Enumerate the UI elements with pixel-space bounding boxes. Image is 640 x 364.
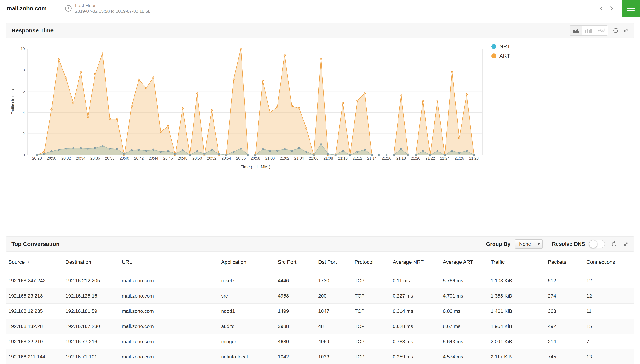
table-cell: mail.zoho.com: [122, 349, 221, 364]
bar-chart-icon: [585, 28, 592, 33]
table-cell: 1047: [318, 304, 355, 319]
top-conversation-panel-header: Top Conversation Group By None ▾ Resolve…: [6, 236, 634, 252]
table-row[interactable]: 192.168.23.218192.16.125.16mail.zoho.com…: [6, 288, 634, 304]
svg-text:21:06: 21:06: [309, 156, 318, 160]
table-row[interactable]: 192.168.247.242192.16.212.205mail.zoho.c…: [6, 273, 634, 288]
table-cell: 4.574 ms: [443, 349, 491, 364]
table-cell: 0.227 ms: [393, 288, 443, 304]
column-header-url[interactable]: URL: [122, 252, 221, 273]
group-by-select[interactable]: None ▾: [515, 239, 543, 249]
table-cell: 200: [318, 288, 355, 304]
table-cell: 2.091 KiB: [491, 334, 548, 349]
table-cell: src: [221, 288, 278, 304]
table-cell: 192.168.211.144: [6, 349, 66, 364]
table-cell: 192.168.247.242: [6, 273, 66, 288]
table-row[interactable]: 192.168.211.144192.16.71.101mail.zoho.co…: [6, 349, 634, 364]
table-cell: netinfo-local: [221, 349, 278, 364]
table-cell: 192.168.23.218: [6, 288, 66, 304]
menu-icon: [627, 6, 635, 6]
table-header-row: Source▲DestinationURLApplicationSrc Port…: [6, 252, 634, 273]
svg-text:21:14: 21:14: [367, 156, 377, 160]
column-header-application[interactable]: Application: [221, 252, 278, 273]
column-header-dst-port[interactable]: Dst Port: [318, 252, 355, 273]
column-header-packets[interactable]: Packets: [548, 252, 586, 273]
table-cell: mail.zoho.com: [122, 288, 221, 304]
table-cell: 11: [586, 304, 634, 319]
chart-toolbar: [569, 25, 628, 36]
column-header-traffic[interactable]: Traffic: [491, 252, 548, 273]
table-cell: 1499: [278, 304, 318, 319]
table-expand-button[interactable]: [623, 242, 628, 247]
svg-text:20:52: 20:52: [207, 156, 217, 160]
svg-text:21:04: 21:04: [294, 156, 304, 160]
chart-expand-button[interactable]: [623, 28, 628, 33]
table-cell: 4680: [278, 334, 318, 349]
column-header-average-art[interactable]: Average ART: [443, 252, 491, 273]
column-header-destination[interactable]: Destination: [66, 252, 122, 273]
resolve-dns-toggle[interactable]: [589, 240, 605, 248]
table-cell: 4958: [278, 288, 318, 304]
svg-text:Time ( HH:MM ): Time ( HH:MM ): [241, 164, 270, 169]
chart-refresh-button[interactable]: [612, 28, 619, 34]
table-cell: mail.zoho.com: [122, 319, 221, 334]
table-row[interactable]: 192.168.12.235192.16.181.59mail.zoho.com…: [6, 304, 634, 319]
next-arrow-icon[interactable]: [606, 4, 616, 13]
table-cell: TCP: [355, 349, 393, 364]
table-cell: 492: [548, 319, 586, 334]
table-cell: 1042: [278, 349, 318, 364]
svg-text:21:24: 21:24: [440, 156, 449, 160]
legend-label: ART: [499, 53, 510, 59]
table-cell: 7: [586, 334, 634, 349]
app-root: mail.zoho.com Last Hour 2019-07-02 15:58…: [0, 0, 640, 364]
legend-item-nrt[interactable]: NRT: [491, 44, 510, 50]
table-cell: 1.388 KiB: [491, 288, 548, 304]
table-cell: 1730: [318, 273, 355, 288]
svg-text:21:26: 21:26: [455, 156, 464, 160]
response-time-chart[interactable]: 024681020:2820:3020:3220:3420:3620:3820:…: [6, 41, 494, 174]
line-chart-button[interactable]: [595, 26, 608, 35]
svg-text:20:44: 20:44: [149, 156, 158, 160]
table-cell: minger: [221, 334, 278, 349]
svg-text:20:40: 20:40: [120, 156, 129, 160]
area-chart-button[interactable]: [570, 26, 582, 35]
column-header-connections[interactable]: Connections: [586, 252, 634, 273]
svg-text:21:12: 21:12: [353, 156, 362, 160]
table-row[interactable]: 192.168.32.210192.16.77.216mail.zoho.com…: [6, 334, 634, 349]
column-header-average-nrt[interactable]: Average NRT: [393, 252, 443, 273]
svg-text:20:32: 20:32: [61, 156, 71, 160]
svg-text:20:42: 20:42: [134, 156, 144, 160]
conversation-table: Source▲DestinationURLApplicationSrc Port…: [6, 252, 634, 364]
table-cell: mail.zoho.com: [122, 304, 221, 319]
group-by-label: Group By: [486, 241, 510, 247]
legend-item-art[interactable]: ART: [491, 53, 510, 59]
time-range-detail: 2019-07-02 15:58 to 2019-07-02 16:58: [75, 8, 150, 14]
svg-text:20:38: 20:38: [105, 156, 115, 160]
time-range-selector[interactable]: Last Hour 2019-07-02 15:58 to 2019-07-02…: [75, 3, 150, 14]
table-cell: TCP: [355, 304, 393, 319]
svg-text:20:50: 20:50: [192, 156, 202, 160]
svg-text:8: 8: [23, 68, 25, 72]
top-bar: mail.zoho.com Last Hour 2019-07-02 15:58…: [0, 0, 640, 17]
table-cell: 1.461 KiB: [491, 304, 548, 319]
table-cell: 5.766 ms: [443, 273, 491, 288]
clock-icon: [65, 5, 72, 12]
column-header-src-port[interactable]: Src Port: [278, 252, 318, 273]
response-time-panel-header: Response Time: [6, 23, 634, 38]
chart-legend: NRTART: [491, 44, 510, 59]
column-header-source[interactable]: Source▲: [6, 252, 66, 273]
table-cell: 0.628 ms: [393, 319, 443, 334]
table-row[interactable]: 192.168.132.28192.16.167.230mail.zoho.co…: [6, 319, 634, 334]
table-cell: 512: [548, 273, 586, 288]
table-refresh-button[interactable]: [611, 241, 617, 247]
column-header-protocol[interactable]: Protocol: [355, 252, 393, 273]
table-cell: 2.117 KiB: [491, 349, 548, 364]
svg-text:20:56: 20:56: [236, 156, 246, 160]
panel-title-top-conversation: Top Conversation: [12, 241, 60, 247]
menu-button[interactable]: [622, 0, 640, 17]
prev-arrow-icon[interactable]: [596, 4, 606, 13]
table-cell: 745: [548, 349, 586, 364]
table-cell: TCP: [355, 288, 393, 304]
table-cell: 192.16.167.230: [66, 319, 122, 334]
table-cell: 0.783 ms: [393, 334, 443, 349]
bar-chart-button[interactable]: [582, 26, 595, 35]
